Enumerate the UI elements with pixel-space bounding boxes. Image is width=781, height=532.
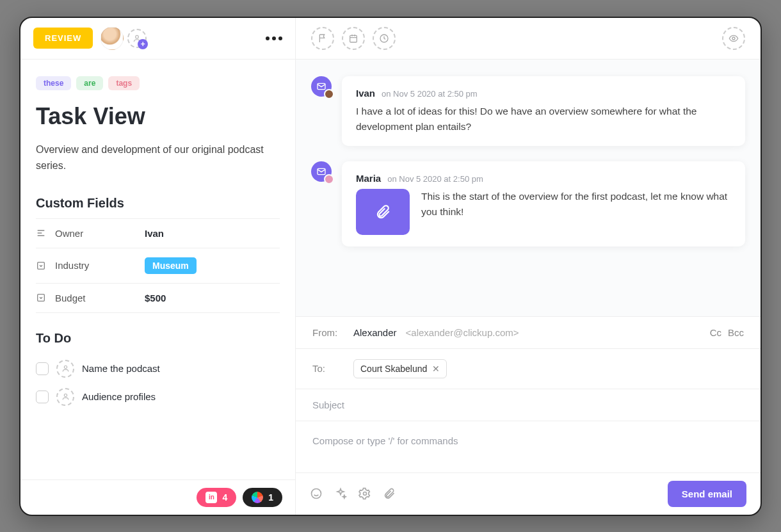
email-icon xyxy=(311,76,332,97)
comment-author: Ivan xyxy=(356,88,375,99)
field-label: Industry xyxy=(55,260,145,271)
comment: Maria on Nov 5 2020 at 2:50 pm This is t… xyxy=(311,161,745,246)
task-body: these are tags Task View Overview and de… xyxy=(20,60,295,480)
svg-point-0 xyxy=(136,35,139,38)
flag-button[interactable] xyxy=(311,27,334,50)
add-assignee-icon[interactable] xyxy=(56,360,74,378)
pill-count: 1 xyxy=(268,492,273,503)
svg-point-4 xyxy=(64,394,67,396)
recipient-name: Court Skabelund xyxy=(360,364,427,374)
todo-label: Name the podcast xyxy=(82,363,160,374)
comment-time: on Nov 5 2020 at 2:50 pm xyxy=(382,89,478,99)
figma-icon xyxy=(252,492,263,503)
composer-toolbar: Send email xyxy=(296,473,761,515)
dropdown-icon xyxy=(36,261,46,271)
assignee-avatar[interactable] xyxy=(101,27,124,50)
cc-button[interactable]: Cc xyxy=(710,327,721,338)
todo-item[interactable]: Audience profiles xyxy=(36,383,280,411)
author-avatar xyxy=(324,89,334,99)
task-description[interactable]: Overview and development of our original… xyxy=(36,141,280,174)
svg-point-3 xyxy=(64,366,67,368)
comment-text: I have a lot of ideas for this! Do we ha… xyxy=(356,104,731,134)
field-label: Owner xyxy=(55,228,145,239)
ai-icon[interactable] xyxy=(334,487,347,500)
task-modal: REVIEW + these are tags Task View Overvi… xyxy=(19,17,762,516)
comment-thread: Ivan on Nov 5 2020 at 2:50 pm I have a l… xyxy=(296,60,761,316)
custom-fields-heading: Custom Fields xyxy=(36,196,280,211)
figma-integration-pill[interactable]: 1 xyxy=(243,488,282,507)
invision-icon: in xyxy=(205,492,217,503)
svg-point-7 xyxy=(732,37,735,40)
comment-bubble[interactable]: Maria on Nov 5 2020 at 2:50 pm This is t… xyxy=(342,161,745,246)
tag[interactable]: tags xyxy=(108,76,140,90)
text-icon xyxy=(36,228,46,238)
recipient-chip[interactable]: Court Skabelund ✕ xyxy=(353,359,447,378)
tag[interactable]: these xyxy=(36,76,71,90)
todo-list: Name the podcast Audience profiles xyxy=(36,355,280,411)
author-avatar xyxy=(324,174,334,184)
task-title[interactable]: Task View xyxy=(36,103,280,130)
from-label: From: xyxy=(312,327,344,338)
to-row[interactable]: To: Court Skabelund ✕ xyxy=(296,349,761,389)
task-panel: REVIEW + these are tags Task View Overvi… xyxy=(20,18,296,515)
custom-fields: Owner Ivan Industry Museum Budget $500 xyxy=(36,218,280,313)
add-assignee-button[interactable]: + xyxy=(127,29,147,48)
subject-input[interactable] xyxy=(312,399,744,410)
body-row[interactable] xyxy=(296,421,761,473)
date-button[interactable] xyxy=(342,27,365,50)
checkbox[interactable] xyxy=(36,391,49,403)
todo-item[interactable]: Name the podcast xyxy=(36,355,280,383)
todo-heading: To Do xyxy=(36,331,280,346)
comment-text: This is the start of the overview for th… xyxy=(421,189,731,220)
attach-icon[interactable] xyxy=(383,487,396,500)
dropdown-icon xyxy=(36,293,46,303)
status-badge[interactable]: REVIEW xyxy=(33,28,93,49)
email-icon xyxy=(311,161,332,182)
field-industry[interactable]: Industry Museum xyxy=(36,248,280,284)
pill-count: 4 xyxy=(222,492,227,503)
more-menu-button[interactable] xyxy=(266,36,282,40)
task-footer: in 4 1 xyxy=(20,480,295,515)
emoji-icon[interactable] xyxy=(310,487,323,500)
task-header: REVIEW + xyxy=(20,18,295,60)
bcc-button[interactable]: Bcc xyxy=(728,327,744,338)
field-label: Budget xyxy=(55,293,145,303)
activity-panel: Ivan on Nov 5 2020 at 2:50 pm I have a l… xyxy=(296,18,761,515)
time-button[interactable] xyxy=(373,27,396,50)
todo-label: Audience profiles xyxy=(82,391,156,402)
field-value: $500 xyxy=(145,293,166,303)
comment: Ivan on Nov 5 2020 at 2:50 pm I have a l… xyxy=(311,76,745,146)
subject-row[interactable] xyxy=(296,389,761,421)
invision-integration-pill[interactable]: in 4 xyxy=(197,488,236,507)
from-name: Alexander xyxy=(353,327,397,338)
svg-point-11 xyxy=(364,492,367,496)
watch-button[interactable] xyxy=(722,27,745,50)
svg-rect-1 xyxy=(38,262,45,269)
attachment-icon[interactable] xyxy=(356,189,410,235)
field-value: Museum xyxy=(145,257,197,274)
svg-rect-2 xyxy=(38,294,45,302)
svg-point-10 xyxy=(312,489,321,499)
svg-rect-5 xyxy=(350,35,357,42)
email-composer: From: Alexander <alexander@clickup.com> … xyxy=(296,316,761,515)
body-input[interactable] xyxy=(312,435,744,446)
add-assignee-icon[interactable] xyxy=(56,388,74,406)
from-email: <alexander@clickup.com> xyxy=(406,327,519,338)
to-label: To: xyxy=(312,363,344,374)
activity-header xyxy=(296,18,761,60)
comment-bubble[interactable]: Ivan on Nov 5 2020 at 2:50 pm I have a l… xyxy=(342,76,745,146)
settings-icon[interactable] xyxy=(358,487,371,500)
remove-recipient-icon[interactable]: ✕ xyxy=(432,364,440,374)
from-row: From: Alexander <alexander@clickup.com> … xyxy=(296,317,761,349)
comment-time: on Nov 5 2020 at 2:50 pm xyxy=(387,174,483,184)
comment-author: Maria xyxy=(356,173,381,184)
plus-icon: + xyxy=(138,39,148,49)
checkbox[interactable] xyxy=(36,362,49,375)
tag-list: these are tags xyxy=(36,76,280,90)
tag[interactable]: are xyxy=(76,76,103,90)
send-email-button[interactable]: Send email xyxy=(668,481,746,507)
field-budget[interactable]: Budget $500 xyxy=(36,284,280,313)
field-value: Ivan xyxy=(145,228,164,239)
field-owner[interactable]: Owner Ivan xyxy=(36,219,280,248)
